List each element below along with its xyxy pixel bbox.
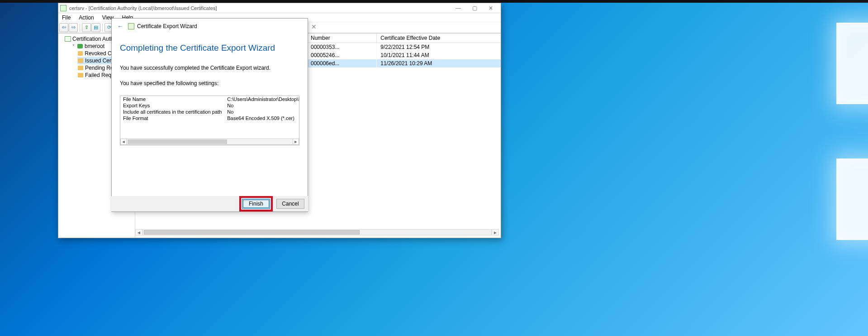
horizontal-scrollbar[interactable]: ◄ ► xyxy=(135,229,499,236)
scroll-right-button[interactable]: ► xyxy=(293,139,299,145)
wizard-title: Certificate Export Wizard xyxy=(137,23,197,29)
wizard-specified-label: You have specified the following setting… xyxy=(120,80,299,86)
settings-scrollbar[interactable]: ◄ ► xyxy=(120,139,299,145)
setting-row[interactable]: File Format Base64 Encoded X.509 (*.cer) xyxy=(120,115,299,121)
wizard-icon xyxy=(128,23,134,29)
col-effective-date[interactable]: Certificate Effective Date xyxy=(377,34,501,43)
wizard-heading: Completing the Certificate Export Wizard xyxy=(120,43,299,53)
menu-action[interactable]: Action xyxy=(77,14,95,22)
finish-button[interactable]: Finish xyxy=(242,199,270,209)
certificate-export-wizard: ← Certificate Export Wizard ✕ Completing… xyxy=(111,18,308,212)
close-button[interactable]: ✕ xyxy=(483,3,499,13)
scroll-thumb[interactable] xyxy=(144,230,360,235)
ca-icon xyxy=(65,36,71,42)
folder-icon xyxy=(77,58,84,63)
menu-file[interactable]: File xyxy=(60,14,72,22)
setting-row[interactable]: Export Keys No xyxy=(120,102,299,109)
titlebar[interactable]: certsrv - [Certification Authority (Loca… xyxy=(58,3,501,13)
scroll-thumb[interactable] xyxy=(128,139,227,144)
scroll-right-button[interactable]: ► xyxy=(492,229,499,235)
nav-up-button[interactable]: ⇧ xyxy=(82,23,91,32)
scroll-left-button[interactable]: ◄ xyxy=(135,229,142,235)
settings-listview[interactable]: File Name C:\Users\Administrator\Desktop… xyxy=(120,96,299,145)
window-title: certsrv - [Certification Authority (Loca… xyxy=(69,5,450,11)
properties-button[interactable]: ▤ xyxy=(91,23,100,32)
table-row[interactable]: 00000353... 9/22/2021 12:54 PM 9/22/2022… xyxy=(307,43,501,52)
tree-server-label: bmeroot xyxy=(85,43,104,49)
server-icon xyxy=(77,43,83,49)
folder-icon xyxy=(77,65,84,71)
setting-row[interactable]: Include all certificates in the certific… xyxy=(120,109,299,115)
nav-back-button[interactable]: ⇦ xyxy=(59,23,68,32)
col-number[interactable]: Number xyxy=(307,34,377,43)
scroll-left-button[interactable]: ◄ xyxy=(120,139,127,145)
folder-icon xyxy=(77,51,83,56)
wizard-back-button[interactable]: ← xyxy=(115,23,125,30)
nav-forward-button[interactable]: ⇨ xyxy=(69,23,78,32)
annotation-highlight: Finish xyxy=(239,196,273,211)
wizard-success-text: You have successfully completed the Cert… xyxy=(120,65,299,71)
wizard-close-button[interactable]: ✕ xyxy=(311,23,317,30)
table-row[interactable]: 000006ed... 11/26/2021 10:29 AM 11/26/20… xyxy=(307,59,501,67)
collapse-icon[interactable]: ˅ xyxy=(71,44,76,49)
setting-row[interactable]: File Name C:\Users\Administrator\Desktop… xyxy=(120,96,299,102)
folder-icon xyxy=(77,72,84,78)
table-row[interactable]: 00005246... 10/1/2021 11:44 AM 10/1/2022… xyxy=(307,51,501,59)
maximize-button[interactable]: ▢ xyxy=(466,3,483,13)
app-icon xyxy=(60,5,66,11)
cancel-button[interactable]: Cancel xyxy=(276,199,304,209)
minimize-button[interactable]: — xyxy=(450,3,466,13)
